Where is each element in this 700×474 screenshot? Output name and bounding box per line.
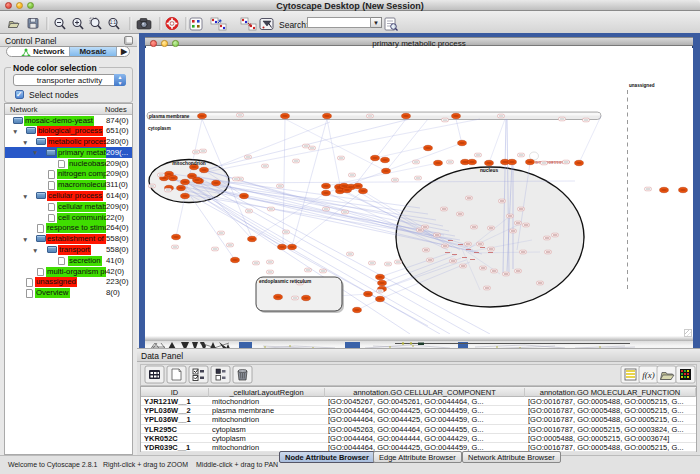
svg-text:unassigned: unassigned — [629, 83, 655, 88]
svg-text:1:1: 1:1 — [110, 20, 117, 25]
svg-text:cytoplasm: cytoplasm — [148, 126, 171, 131]
svg-text:plasma membrane: plasma membrane — [149, 114, 190, 119]
svg-text:mitochondrion: mitochondrion — [172, 161, 206, 166]
svg-text:endoplasmic reticulum: endoplasmic reticulum — [259, 279, 311, 284]
svg-text:f(x): f(x) — [642, 370, 655, 380]
svg-text:nucleus: nucleus — [480, 168, 498, 173]
